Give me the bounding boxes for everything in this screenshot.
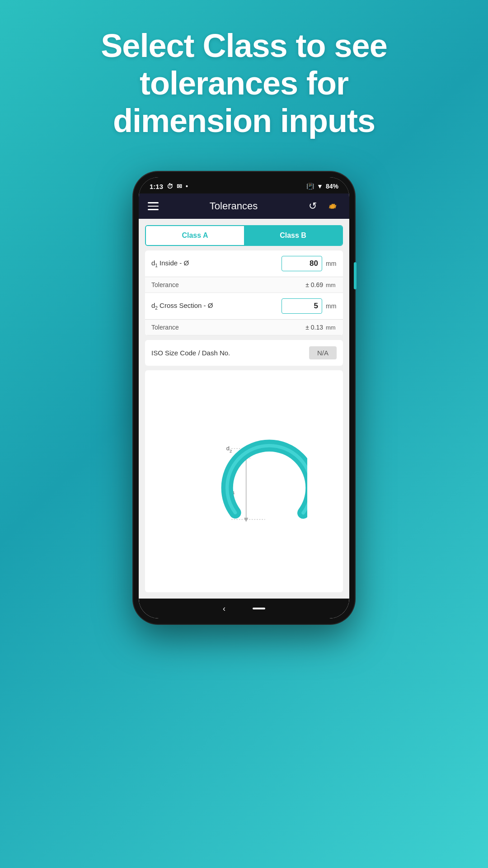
vibrate-icon: 📳: [306, 183, 314, 190]
reset-icon[interactable]: ↺: [309, 200, 317, 212]
nav-actions: ↺ ⩩: [309, 200, 340, 212]
hamburger-menu[interactable]: [148, 202, 159, 210]
d2-input-row: d2 Cross Section - Ø mm: [145, 293, 343, 320]
diagram-area: d2 d1: [145, 370, 343, 592]
d1-tolerance-unit: mm: [326, 282, 337, 288]
bottom-bar: ‹: [139, 599, 349, 618]
hero-text: Select Class to see tolerances for dimen…: [0, 0, 488, 139]
d2-unit: mm: [326, 302, 337, 310]
status-left: 1:13 ⏱ ✉ •: [150, 183, 188, 190]
d2-label: d2 Cross Section - Ø: [151, 302, 282, 311]
d1-tolerance-row: Tolerance ± 0.69 mm: [145, 277, 343, 293]
back-chevron[interactable]: ‹: [223, 604, 225, 613]
battery-icon: 84%: [326, 183, 338, 190]
clock-icon: ⏱: [167, 183, 173, 190]
d1-label: d1 Inside - Ø: [151, 259, 282, 268]
nav-bar: Tolerances ↺ ⩩: [139, 193, 349, 219]
tab-class-a[interactable]: Class A: [146, 226, 244, 245]
d1-unit: mm: [326, 260, 337, 267]
class-tabs: Class A Class B: [145, 225, 343, 246]
d1-input[interactable]: [282, 256, 322, 271]
dot-icon: •: [186, 183, 188, 190]
wifi-icon: ▼: [317, 183, 323, 190]
d2-tolerance-unit: mm: [326, 324, 337, 331]
d1-tolerance-label: Tolerance: [151, 281, 305, 288]
status-right: 📳 ▼ 84%: [306, 183, 338, 190]
iso-value: N/A: [309, 346, 337, 359]
d2-tolerance-label: Tolerance: [151, 324, 305, 331]
email-icon: ✉: [177, 183, 182, 190]
iso-card: ISO Size Code / Dash No. N/A: [145, 340, 343, 366]
phone-mockup: 1:13 ⏱ ✉ • 📳 ▼ 84% Tolerances ↺: [133, 172, 355, 624]
d1-tolerance-value: ± 0.69: [305, 281, 323, 288]
d2-input[interactable]: [282, 298, 322, 314]
w-logo-text: ⩩: [328, 201, 336, 212]
input-card: d1 Inside - Ø mm Tolerance ± 0.69 mm: [145, 250, 343, 335]
home-indicator: [253, 608, 265, 609]
content-area: Class A Class B d1 Inside - Ø mm: [139, 219, 349, 599]
status-time: 1:13: [150, 183, 163, 190]
oring-diagram: d2 d1: [181, 418, 307, 545]
iso-label: ISO Size Code / Dash No.: [151, 349, 230, 357]
svg-text:d2: d2: [226, 444, 232, 453]
d2-tolerance-value: ± 0.13: [305, 324, 323, 331]
tab-class-b[interactable]: Class B: [244, 226, 342, 245]
d2-tolerance-row: Tolerance ± 0.13 mm: [145, 320, 343, 335]
side-button: [354, 262, 357, 289]
phone-notch: [217, 177, 271, 187]
svg-marker-4: [244, 518, 248, 522]
d1-input-row: d1 Inside - Ø mm: [145, 250, 343, 277]
nav-title: Tolerances: [210, 200, 258, 212]
brand-logo: ⩩: [323, 200, 340, 212]
